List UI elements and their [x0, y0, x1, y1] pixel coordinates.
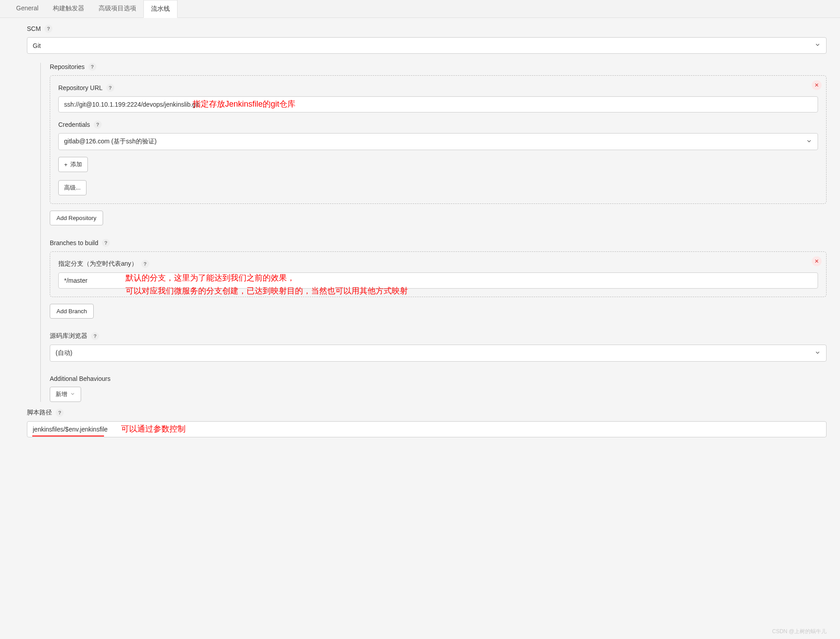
help-icon[interactable]: ?	[44, 25, 52, 33]
add-behaviour-label: 新增	[56, 390, 67, 398]
chevron-down-icon	[814, 42, 821, 49]
branches-label: Branches to build	[50, 239, 98, 246]
scm-value: Git	[33, 42, 41, 49]
chevron-down-icon	[70, 391, 75, 398]
add-behaviour-button[interactable]: 新增	[50, 387, 81, 402]
repositories-label: Repositories	[50, 63, 85, 70]
repo-url-input[interactable]	[58, 96, 818, 112]
add-credentials-button[interactable]: + 添加	[58, 157, 88, 172]
tab-trigger[interactable]: 构建触发器	[46, 0, 91, 17]
plus-icon: +	[64, 161, 68, 168]
help-icon[interactable]: ?	[141, 260, 149, 268]
behaviours-label: Additional Behaviours	[50, 375, 110, 382]
script-path-section: 脚本路径 ? 可以通过参数控制	[27, 409, 827, 437]
add-credentials-label: 添加	[70, 160, 82, 168]
browser-label: 源码库浏览器	[50, 332, 87, 340]
branch-spec-input[interactable]	[58, 272, 818, 289]
help-icon[interactable]: ?	[91, 332, 99, 340]
chevron-down-icon	[814, 350, 821, 357]
scm-label: SCM	[27, 25, 41, 32]
script-path-label: 脚本路径	[27, 409, 52, 417]
advanced-button[interactable]: 高级...	[58, 180, 87, 195]
tab-pipeline[interactable]: 流水线	[143, 0, 178, 18]
help-icon[interactable]: ?	[102, 239, 110, 247]
help-icon[interactable]: ?	[88, 63, 96, 71]
help-icon[interactable]: ?	[106, 84, 114, 92]
help-icon[interactable]: ?	[56, 409, 64, 417]
browser-select[interactable]: (自动)	[50, 345, 827, 362]
script-path-input[interactable]	[27, 421, 827, 437]
tabs-bar: General 构建触发器 高级项目选项 流水线	[0, 0, 840, 18]
scm-select[interactable]: Git	[27, 37, 827, 54]
close-icon[interactable]: ✕	[812, 256, 822, 266]
add-branch-button[interactable]: Add Branch	[50, 304, 94, 319]
browser-value: (自动)	[56, 349, 72, 357]
tab-advanced[interactable]: 高级项目选项	[91, 0, 143, 17]
credentials-value: gitlab@126.com (基于ssh的验证)	[64, 138, 156, 146]
help-icon[interactable]: ?	[94, 121, 102, 129]
repository-box: ✕ Repository URL ? 指定存放Jenkinsfile的git仓库…	[50, 75, 827, 204]
credentials-label: Credentials	[58, 121, 90, 128]
branch-spec-label: 指定分支（为空时代表any）	[58, 260, 138, 268]
scm-section: SCM ? Git	[27, 25, 827, 54]
add-repository-button[interactable]: Add Repository	[50, 211, 103, 225]
credentials-select[interactable]: gitlab@126.com (基于ssh的验证)	[58, 133, 818, 150]
close-icon[interactable]: ✕	[812, 80, 822, 90]
tab-general[interactable]: General	[9, 0, 46, 17]
chevron-down-icon	[806, 138, 812, 146]
repo-url-label: Repository URL	[58, 84, 103, 91]
content-area: SCM ? Git Repositories ? ✕ Repository UR…	[0, 18, 840, 453]
red-underline	[32, 436, 104, 436]
branch-box: ✕ 指定分支（为空时代表any） ? 默认的分支，这里为了能达到我们之前的效果，…	[50, 251, 827, 297]
